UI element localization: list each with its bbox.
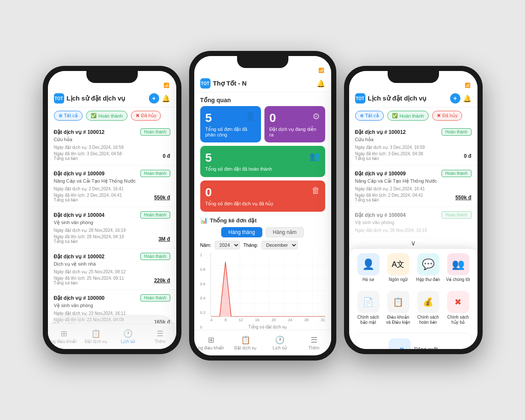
order-total-label-3: Tổng số tiền <box>54 239 124 244</box>
stats-grid: 👤 5 Tổng số đơn đặt đã phân công ⚙ 0 Đặt… <box>194 106 331 215</box>
stat-label-blue: Tổng số đơn đặt đã phân công <box>205 127 256 137</box>
app-title-3: Lịch sử đặt dịch vụ <box>368 95 448 102</box>
order-card-3[interactable]: Đặt dịch vụ # 100004 Hoàn thành Vệ sinh … <box>48 207 176 248</box>
settings-terms-label: Điều khoản và Điều kiện <box>385 315 412 325</box>
nav-dashboard-icon-2: ⊞ <box>208 335 214 345</box>
order-service-3: Vệ sinh văn phòng <box>54 220 170 225</box>
order-id-2: Đặt dịch vụ # 100009 <box>54 171 105 177</box>
order-total-label-4: Tổng số tiền <box>54 281 124 285</box>
year-select[interactable]: 2024 <box>215 241 240 249</box>
app-title-2: Thợ Tốt - N <box>213 80 314 87</box>
plus-button-3[interactable]: + <box>450 93 460 104</box>
settings-refund[interactable]: 💰 Chính sách hoàn tiền <box>415 291 442 325</box>
phone-1: 📶 TOT Lịch sử đặt dịch vụ + 🔔 ⊕ Tất cả ✅… <box>43 66 181 354</box>
app-logo-2: TOT <box>200 78 211 89</box>
nav-history-2[interactable]: 🕐 Lịch sử <box>263 333 297 353</box>
bell-icon-2[interactable]: 🔔 <box>317 80 325 88</box>
y-label-4: 0.8 <box>200 267 209 272</box>
cancel-policy-icon: ✖ <box>447 291 469 313</box>
phone-notch-2 <box>237 56 288 68</box>
chart-x-title: Tổng số đặt dịch vụ <box>211 325 325 329</box>
order-card-2[interactable]: Đặt dịch vụ # 100009 Hoàn thành Nâng Cấp… <box>48 166 176 207</box>
settings-terms[interactable]: 📋 Điều khoản và Điều kiện <box>385 291 412 325</box>
settings-panel: 👤 Hồ sơ A文 Ngôn ngữ 💬 Hộp thư đến 👥 Về c… <box>349 249 478 349</box>
nav-more-1[interactable]: ☰ Thêm <box>144 326 176 346</box>
nav-more-2[interactable]: ☰ Thêm <box>297 333 331 353</box>
x-label-24: 24 <box>288 318 292 322</box>
settings-profile[interactable]: 👤 Hồ sơ <box>355 253 382 282</box>
nav-dashboard-label-2: ng điều khiển <box>198 346 224 350</box>
order-id-4: Đặt dịch vụ # 100002 <box>54 254 105 260</box>
order-service-4: Dịch vụ vệ sinh nhà <box>54 261 170 267</box>
x-label-31: 31 <box>320 318 325 322</box>
filter-tabs-3: ⊕ Tất cả ✅ Hoàn thành ✖ Đã hủy <box>349 107 478 124</box>
filter-all-1[interactable]: ⊕ Tất cả <box>54 111 83 121</box>
chart-container: Hàng tháng Hàng năm Năm: 2024 Tháng: Dec… <box>194 224 331 333</box>
logout-icon: ⇥ <box>389 338 411 349</box>
order-card-1[interactable]: Đặt dịch vụ # 100012 Hoàn thành Cứu hỏa … <box>48 124 176 166</box>
order-status-2: Hoàn thành <box>140 170 170 177</box>
filter-cancel-icon-3: ✖ <box>437 113 441 118</box>
filter-done-label: Hoàn thành <box>98 113 123 118</box>
order-date-3-3: Ngày đặt dịch vụ: 28 Nov,2024, 16:19 <box>355 228 472 233</box>
filter-done-label-3: Hoàn thành <box>400 113 424 118</box>
settings-privacy-label: Chính sách bảo mật <box>355 315 382 325</box>
order-status-3-3: Hoàn thành <box>442 211 472 219</box>
filter-all-3[interactable]: ⊕ Tất cả <box>355 111 384 121</box>
chart-area <box>211 253 325 317</box>
logout-button[interactable]: ⇥ Đăng xuất <box>355 333 472 349</box>
nav-dashboard-icon-1: ⊞ <box>61 329 67 338</box>
settings-cancel-policy[interactable]: ✖ Chính sách hủy bỏ <box>445 291 472 325</box>
nav-history-icon-1: 🕐 <box>123 329 133 338</box>
order-date-3-1: Ngày đặt dịch vụ: 3 Dec,2024, 16:59 <box>355 145 472 150</box>
stat-card-blue: 👤 5 Tổng số đơn đặt đã phân công <box>200 106 261 142</box>
y-label-3: 0.6 <box>200 282 209 286</box>
order-service-3-3: Vệ sinh văn phòng <box>355 220 472 225</box>
settings-language-label: Ngôn ngữ <box>389 277 408 282</box>
settings-grid-row2: 📄 Chính sách bảo mật 📋 Điều khoản và Điề… <box>349 287 478 329</box>
order-card-3-2[interactable]: Đặt dịch vụ # 100009 Hoàn thành Nâng Cấp… <box>349 166 478 207</box>
settings-privacy[interactable]: 📄 Chính sách bảo mật <box>355 291 382 325</box>
settings-inbox[interactable]: 💬 Hộp thư đến <box>415 253 442 282</box>
order-status-3: Hoàn thành <box>140 211 170 219</box>
nav-booking-2[interactable]: 📋 Đặt dịch vụ <box>228 333 263 353</box>
order-date-1: Ngày đặt dịch vụ: 3 Dec,2024, 16:59 <box>54 145 170 150</box>
order-card-3-1[interactable]: Đặt dịch vụ # 100012 Hoàn thành Cứu hỏa … <box>349 124 478 166</box>
stat-number-green: 5 <box>205 151 320 165</box>
order-id-3-3: Đặt dịch vụ # 100004 <box>355 212 406 218</box>
nav-history-1[interactable]: 🕐 Lịch sử <box>112 326 144 346</box>
settings-about-label: Về chúng tôi <box>446 277 470 282</box>
y-label-1: 0.2 <box>200 311 209 315</box>
x-label-12: 12 <box>239 318 243 322</box>
order-total-label-3-1: Tổng số tiền <box>355 156 423 161</box>
bell-icon-1[interactable]: 🔔 <box>162 95 170 103</box>
settings-about[interactable]: 👥 Về chúng tôi <box>445 253 472 282</box>
phone-3: 📶 TOT Lịch sử đặt dịch vụ + 🔔 ⊕ Tất cả ✅… <box>344 66 483 354</box>
filter-all-icon: ⊕ <box>59 113 62 118</box>
filter-done-3[interactable]: ✅ Hoàn thành <box>387 111 429 121</box>
bell-icon-3[interactable]: 🔔 <box>463 95 472 103</box>
chart-title: Thống kê đơn đặt <box>210 217 257 224</box>
order-total-2: 550k đ <box>154 195 170 201</box>
chart-tab-yearly[interactable]: Hàng năm <box>266 227 304 237</box>
filter-cancel-3[interactable]: ✖ Đã hủy <box>432 111 463 121</box>
chart-tabs: Hàng tháng Hàng năm <box>200 227 325 237</box>
filter-cancel-1[interactable]: ✖ Đã hủy <box>131 111 161 121</box>
nav-booking-icon-1: 📋 <box>91 329 101 338</box>
order-card-3-3: Đặt dịch vụ # 100004 Hoàn thành Vệ sinh … <box>349 207 478 237</box>
settings-language[interactable]: A文 Ngôn ngữ <box>385 253 412 282</box>
order-card-4[interactable]: Đặt dịch vụ # 100002 Hoàn thành Dịch vụ … <box>48 248 176 290</box>
month-select[interactable]: December <box>261 241 298 249</box>
stat-label-purple: Đặt dịch vụ đang diễn ra <box>270 127 320 137</box>
nav-booking-1[interactable]: 📋 Đặt dịch vụ <box>80 326 112 346</box>
filter-done-1[interactable]: ✅ Hoàn thành <box>86 111 128 121</box>
nav-dashboard-1[interactable]: ⊞ ng điều khiển <box>48 326 80 346</box>
app-header-2: TOT Thợ Tốt - N 🔔 <box>194 75 331 92</box>
status-icons: 📶 <box>163 83 169 88</box>
order-id-1: Đặt dịch vụ # 100012 <box>54 129 105 135</box>
stat-icon-blue: 👤 <box>245 111 256 121</box>
plus-button-1[interactable]: + <box>149 93 159 104</box>
order-service-5: Vệ sinh văn phòng <box>54 303 170 308</box>
chart-tab-monthly[interactable]: Hàng tháng <box>221 227 262 237</box>
nav-dashboard-2[interactable]: ⊞ ng điều khiển <box>194 333 228 353</box>
